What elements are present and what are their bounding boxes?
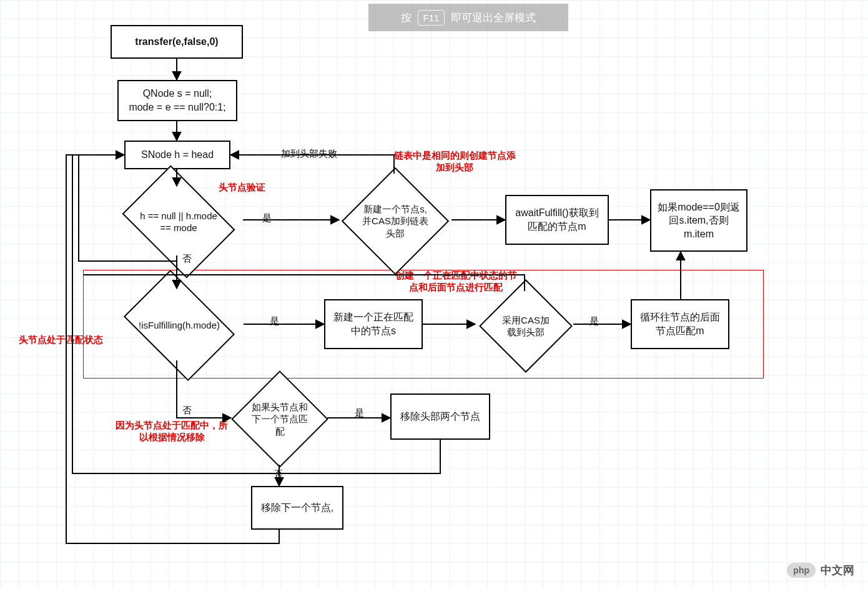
label-add-head-fail: 加到头部失败 bbox=[281, 148, 337, 160]
label-yes4: 是 bbox=[589, 315, 599, 327]
watermark-text: 中文网 bbox=[821, 563, 854, 578]
loop-match-node: 循环往节点的后面节点匹配m bbox=[631, 299, 729, 349]
new-in-match-node: 新建一个正在匹配中的节点s bbox=[324, 299, 423, 349]
annotation-head-matching: 头节点处于匹配状态 bbox=[19, 334, 103, 346]
new-node-diamond: 新建一个节点s,并CAS加到链表头部 bbox=[342, 167, 450, 275]
overlay-suffix: 即可退出全屏模式 bbox=[451, 11, 536, 25]
overlay-prefix: 按 bbox=[401, 11, 412, 25]
cas-head-text: 采用CAS加载到头部 bbox=[494, 294, 558, 358]
cond1-text: h == null || h.mode == mode bbox=[134, 189, 223, 255]
loop-head-node: SNode h = head bbox=[124, 141, 230, 169]
annotation-head-verify: 头节点验证 bbox=[219, 182, 265, 194]
fullscreen-hint: 按 F11 即可退出全屏模式 bbox=[368, 4, 568, 31]
label-yes2: 是 bbox=[270, 315, 279, 327]
label-no1: 否 bbox=[182, 253, 192, 265]
await-node: awaitFulfill()获取到匹配的节点m bbox=[505, 195, 609, 245]
watermark: php 中文网 bbox=[787, 563, 854, 578]
annotation-remove-reason: 因为头节点处于匹配中，所以根据情况移除 bbox=[116, 420, 228, 443]
cond3-text: 如果头节点和下一个节点匹配 bbox=[247, 386, 313, 452]
label-yes1: 是 bbox=[262, 212, 272, 224]
annotation-same-mode: 链表中是相同的则创建节点添加到头部 bbox=[392, 150, 517, 174]
key-f11: F11 bbox=[418, 10, 445, 26]
remove-two-node: 移除头部两个节点 bbox=[390, 393, 490, 440]
label-no3: 否 bbox=[274, 468, 283, 480]
cond3-diamond: 如果头节点和下一个节点匹配 bbox=[231, 370, 328, 468]
remove-next-node: 移除下一个节点, bbox=[251, 486, 343, 530]
new-node-text: 新建一个节点s,并CAS加到链表头部 bbox=[358, 184, 432, 258]
start-node: transfer(e,false,0) bbox=[111, 25, 243, 59]
annotation-create-matching: 创建一个正在匹配中状态的节点和后面节点进行匹配 bbox=[393, 270, 518, 294]
cond2-text: !isFulfilling(h.mode) bbox=[135, 294, 224, 357]
label-no2: 否 bbox=[182, 405, 192, 417]
php-badge-icon: php bbox=[787, 563, 816, 578]
init-node: QNode s = null; mode = e == null?0:1; bbox=[117, 80, 237, 121]
result-node: 如果mode==0则返回s.item,否则m.item bbox=[650, 189, 747, 252]
label-yes3: 是 bbox=[355, 407, 364, 419]
